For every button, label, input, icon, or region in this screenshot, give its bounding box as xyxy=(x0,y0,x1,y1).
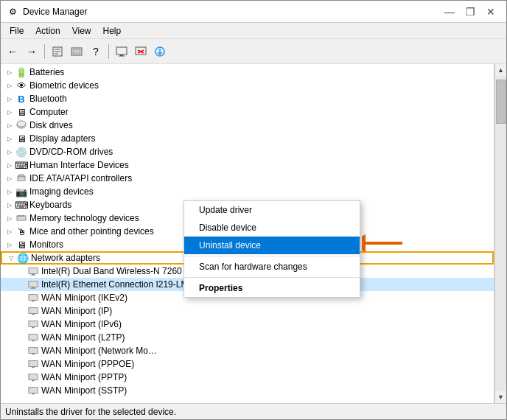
expand-memory[interactable]: ▷ xyxy=(4,212,15,224)
tree-item-bluetooth[interactable]: ▷ B Bluetooth xyxy=(1,92,494,105)
tree-item-dvd[interactable]: ▷ 💿 DVD/CD-ROM drives xyxy=(1,145,494,158)
svg-rect-22 xyxy=(29,268,38,274)
ctx-update-driver[interactable]: Update driver xyxy=(184,201,360,219)
ctx-uninstall-device[interactable]: Uninstall device xyxy=(184,237,360,254)
expand-network[interactable]: ▽ xyxy=(5,252,17,264)
toolbar-scan[interactable] xyxy=(68,43,85,60)
icon-wan-pppoe xyxy=(27,358,39,370)
label-wan-pptp: WAN Miniport (PPTP) xyxy=(41,372,127,382)
scrollbar-track[interactable] xyxy=(495,76,506,391)
label-biometric: Biometric devices xyxy=(29,80,99,91)
label-display: Display adapters xyxy=(29,133,95,144)
svg-rect-38 xyxy=(29,361,38,367)
tree-item-disk[interactable]: ▷ Disk drives xyxy=(1,119,494,132)
tree-item-biometric[interactable]: ▷ 👁 Biometric devices xyxy=(1,79,494,92)
label-hid: Human Interface Devices xyxy=(29,160,129,170)
label-keyboards: Keyboards xyxy=(29,200,71,210)
restore-button[interactable]: ❐ xyxy=(461,4,480,19)
icon-wan-pptp xyxy=(27,371,39,383)
svg-rect-33 xyxy=(32,327,35,329)
icon-hid: ⌨ xyxy=(15,159,27,171)
icon-batteries: 🔋 xyxy=(15,66,27,78)
svg-rect-42 xyxy=(29,388,38,393)
svg-rect-21 xyxy=(23,215,24,217)
icon-imaging: 📷 xyxy=(15,186,27,197)
scroll-up-arrow[interactable]: ▲ xyxy=(495,64,507,76)
toolbar-download[interactable] xyxy=(151,43,169,60)
toolbar-forward[interactable]: → xyxy=(23,43,41,60)
expand-batteries[interactable]: ▷ xyxy=(4,66,15,78)
scrollbar-right[interactable]: ▲ ▼ xyxy=(494,64,506,403)
label-wan-sstp: WAN Miniport (SSTP) xyxy=(41,385,127,396)
tree-item-wan-pptp[interactable]: WAN Miniport (PPTP) xyxy=(1,371,494,384)
icon-wan-l2tp xyxy=(27,332,39,343)
label-dvd: DVD/CD-ROM drives xyxy=(29,147,113,157)
tree-item-wan-pppoe[interactable]: WAN Miniport (PPPOE) xyxy=(1,357,494,371)
tree-item-batteries[interactable]: ▷ 🔋 Batteries xyxy=(1,66,494,79)
icon-intel-wifi xyxy=(27,265,39,277)
tree-item-computer[interactable]: ▷ 🖥 Computer xyxy=(1,105,494,119)
svg-rect-20 xyxy=(21,215,22,217)
svg-rect-31 xyxy=(32,314,35,315)
expand-computer[interactable]: ▷ xyxy=(4,106,15,118)
minimize-button[interactable]: — xyxy=(440,4,459,19)
svg-rect-35 xyxy=(32,340,35,342)
svg-point-15 xyxy=(17,121,26,127)
expand-mice[interactable]: ▷ xyxy=(4,225,15,237)
ctx-disable-device[interactable]: Disable device xyxy=(184,219,360,237)
label-wan-ikev2: WAN Miniport (IKEv2) xyxy=(41,293,127,303)
expand-imaging[interactable]: ▷ xyxy=(4,186,15,197)
toolbar-sep-2 xyxy=(108,44,109,59)
expand-bluetooth[interactable]: ▷ xyxy=(4,93,15,105)
label-wan-ipv6: WAN Miniport (IPv6) xyxy=(41,319,122,329)
scroll-down-arrow[interactable]: ▼ xyxy=(495,391,507,403)
toolbar-back[interactable]: ← xyxy=(4,43,21,60)
label-wan-ip: WAN Miniport (IP) xyxy=(41,306,112,316)
icon-monitors: 🖥 xyxy=(15,239,27,251)
tree-item-display[interactable]: ▷ 🖥 Display adapters xyxy=(1,132,494,145)
expand-biometric[interactable]: ▷ xyxy=(4,80,15,91)
tree-view[interactable]: ▷ 🔋 Batteries ▷ 👁 Biometric devices ▷ B … xyxy=(1,64,494,403)
menu-view[interactable]: View xyxy=(66,24,97,38)
window-title: Device Manager xyxy=(23,7,440,17)
expand-dvd[interactable]: ▷ xyxy=(4,146,15,158)
status-bar: Uninstalls the driver for the selected d… xyxy=(1,403,506,419)
toolbar: ← → ? xyxy=(1,39,506,64)
label-intel-eth: Intel(R) Ethernet Connection I219-LM #2 xyxy=(41,279,200,290)
icon-bluetooth: B xyxy=(15,93,27,105)
expand-disk[interactable]: ▷ xyxy=(4,119,15,131)
close-button[interactable]: ✕ xyxy=(481,4,500,19)
icon-computer: 🖥 xyxy=(15,106,27,118)
toolbar-uninstall[interactable] xyxy=(132,43,150,60)
menu-action[interactable]: Action xyxy=(29,24,66,38)
menu-file[interactable]: File xyxy=(4,24,29,38)
label-wan-l2tp: WAN Miniport (L2TP) xyxy=(41,332,125,343)
tree-item-ide[interactable]: ▷ IDE ATA/ATAPI controllers xyxy=(1,172,494,185)
toolbar-properties[interactable] xyxy=(49,43,66,60)
svg-rect-32 xyxy=(29,321,38,327)
tree-item-imaging[interactable]: ▷ 📷 Imaging devices xyxy=(1,185,494,198)
icon-keyboards: ⌨ xyxy=(15,199,27,211)
expand-monitors[interactable]: ▷ xyxy=(4,239,15,251)
ctx-scan-hardware[interactable]: Scan for hardware changes xyxy=(184,258,360,276)
title-bar: ⚙ Device Manager — ❐ ✕ xyxy=(1,1,506,23)
tree-item-hid[interactable]: ▷ ⌨ Human Interface Devices xyxy=(1,158,494,172)
toolbar-monitor[interactable] xyxy=(113,43,130,60)
tree-item-wan-net[interactable]: WAN Miniport (Network Mo… xyxy=(1,344,494,357)
status-text: Uninstalls the driver for the selected d… xyxy=(5,407,176,417)
tree-item-wan-ipv6[interactable]: WAN Miniport (IPv6) xyxy=(1,318,494,331)
menu-help[interactable]: Help xyxy=(97,24,127,38)
expand-display[interactable]: ▷ xyxy=(4,133,15,144)
svg-rect-36 xyxy=(29,348,38,354)
expand-ide[interactable]: ▷ xyxy=(4,172,15,184)
icon-wan-ikev2 xyxy=(27,292,39,304)
tree-item-wan-sstp[interactable]: WAN Miniport (SSTP) xyxy=(1,384,494,397)
label-memory: Memory technology devices xyxy=(29,213,139,223)
svg-rect-9 xyxy=(136,47,146,55)
ctx-properties[interactable]: Properties xyxy=(184,279,360,297)
tree-item-wan-l2tp[interactable]: WAN Miniport (L2TP) xyxy=(1,331,494,344)
scrollbar-thumb[interactable] xyxy=(496,80,506,124)
tree-item-wan-ip[interactable]: WAN Miniport (IP) xyxy=(1,304,494,318)
toolbar-help[interactable]: ? xyxy=(87,43,105,60)
icon-ide xyxy=(15,172,27,184)
